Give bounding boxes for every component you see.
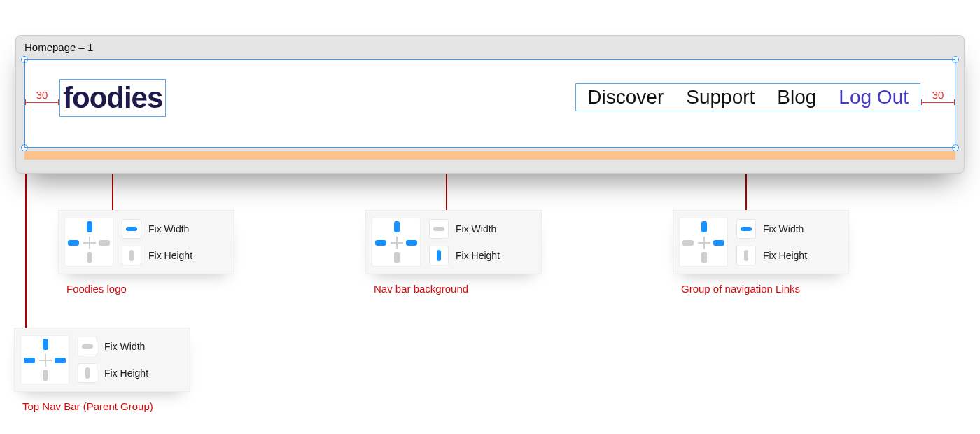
pin-bottom[interactable] <box>87 252 92 263</box>
nav-link-discover[interactable]: Discover <box>576 86 675 108</box>
fix-height-icon[interactable] <box>429 246 449 265</box>
selection-handle[interactable] <box>952 144 959 151</box>
selection-handle[interactable] <box>952 56 959 63</box>
fix-height-icon[interactable] <box>78 363 97 383</box>
fix-height-icon[interactable] <box>122 246 141 265</box>
fix-width-icon[interactable] <box>429 219 449 239</box>
caption-background: Nav bar background <box>374 283 468 295</box>
pin-center-icon <box>83 237 96 249</box>
pin-left[interactable] <box>24 358 35 363</box>
top-nav-bar-group[interactable]: 30 30 foodies Discover Support Blog Log … <box>24 59 955 148</box>
pin-left[interactable] <box>68 240 79 246</box>
nav-link-logout[interactable]: Log Out <box>827 86 920 108</box>
fix-width-label[interactable]: Fix Width <box>763 223 804 234</box>
pin-bottom[interactable] <box>701 252 707 263</box>
fix-width-label[interactable]: Fix Width <box>104 341 145 352</box>
foodies-logo[interactable]: foodies <box>59 79 166 117</box>
content-strip <box>24 151 955 160</box>
pin-center-icon <box>39 354 52 367</box>
right-margin-value: 30 <box>932 89 944 101</box>
pin-right[interactable] <box>55 358 66 363</box>
pin-center-icon <box>391 237 403 249</box>
fix-height-label[interactable]: Fix Height <box>456 250 500 261</box>
pin-center-icon <box>698 237 710 249</box>
fix-height-label[interactable]: Fix Height <box>104 368 148 379</box>
fix-height-label[interactable]: Fix Height <box>148 250 192 261</box>
constraints-panel-logo: Fix Width Fix Height <box>58 210 234 274</box>
caption-links: Group of navigation Links <box>681 283 800 295</box>
pin-bottom[interactable] <box>43 370 48 381</box>
pin-grid[interactable] <box>679 218 728 267</box>
fix-width-icon[interactable] <box>122 219 141 239</box>
fix-width-label[interactable]: Fix Width <box>456 223 496 234</box>
constraints-panel-links: Fix Width Fix Height <box>673 210 849 274</box>
caption-logo: Foodies logo <box>66 283 127 295</box>
pin-right[interactable] <box>406 240 417 246</box>
selection-handle[interactable] <box>21 144 28 151</box>
fix-height-label[interactable]: Fix Height <box>763 250 807 261</box>
pin-left[interactable] <box>682 240 694 246</box>
pin-top[interactable] <box>701 221 707 232</box>
pin-grid[interactable] <box>64 218 113 267</box>
selection-handle[interactable] <box>21 56 28 63</box>
nav-links-group[interactable]: Discover Support Blog Log Out <box>575 83 920 111</box>
fix-width-label[interactable]: Fix Width <box>148 223 189 234</box>
pin-top[interactable] <box>43 339 48 350</box>
artboard-title: Homepage – 1 <box>24 41 93 53</box>
nav-link-blog[interactable]: Blog <box>766 86 827 108</box>
leader-parent <box>25 147 27 328</box>
design-canvas-window: Homepage – 1 30 30 foodies Discover Supp… <box>15 35 965 174</box>
nav-link-support[interactable]: Support <box>675 86 766 108</box>
pin-grid[interactable] <box>20 335 69 384</box>
pin-bottom[interactable] <box>394 252 400 263</box>
pin-right[interactable] <box>99 240 110 246</box>
fix-width-icon[interactable] <box>736 219 756 239</box>
left-margin-value: 30 <box>36 89 48 101</box>
constraints-panel-background: Fix Width Fix Height <box>365 210 542 274</box>
constraints-panel-parent: Fix Width Fix Height <box>14 328 190 392</box>
pin-top[interactable] <box>87 221 92 232</box>
fix-width-icon[interactable] <box>78 337 97 356</box>
pin-right[interactable] <box>713 240 724 246</box>
pin-left[interactable] <box>375 240 386 246</box>
caption-parent: Top Nav Bar (Parent Group) <box>22 400 153 412</box>
fix-height-icon[interactable] <box>736 246 756 265</box>
pin-grid[interactable] <box>372 218 421 267</box>
pin-top[interactable] <box>394 221 400 232</box>
